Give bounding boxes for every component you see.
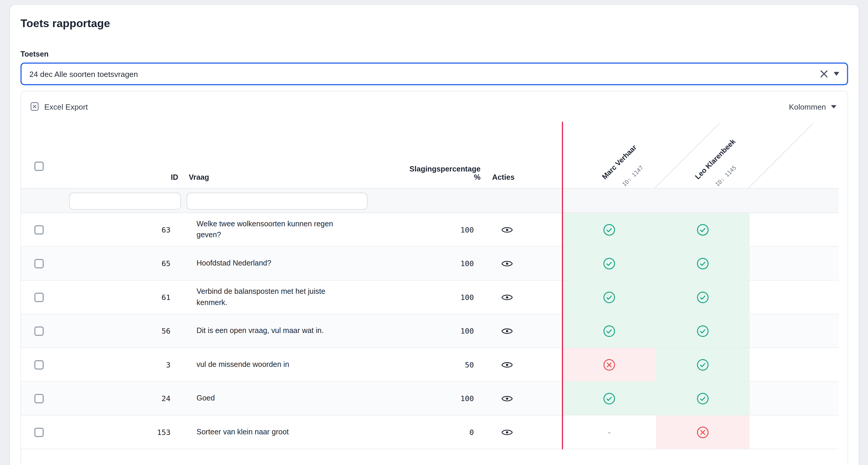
row-vraag: Goed	[197, 393, 215, 404]
view-question-button[interactable]	[499, 257, 516, 270]
row-id: 63	[65, 213, 183, 246]
result-cell	[749, 382, 838, 415]
filter-id-input[interactable]	[69, 192, 181, 209]
excel-export-button[interactable]: Excel Export	[30, 102, 88, 111]
row-id: 153	[65, 416, 183, 449]
result-cell	[656, 213, 749, 246]
row-checkbox[interactable]	[34, 292, 44, 302]
excel-export-label: Excel Export	[44, 102, 88, 111]
table-body: 63 Welke twee wolkensoorten kunnen regen…	[21, 213, 838, 450]
view-question-button[interactable]	[499, 291, 516, 303]
cross-circle-icon	[603, 358, 616, 371]
clear-icon[interactable]	[820, 70, 828, 78]
result-cell	[563, 280, 656, 314]
result-cell	[656, 314, 749, 347]
results-table: ID Vraag Slagingspercentage % Acties Mar…	[21, 122, 838, 450]
eye-icon	[501, 394, 513, 402]
result-cell	[656, 416, 749, 449]
row-id: 3	[65, 348, 183, 381]
eye-icon	[501, 327, 513, 335]
header-id: ID	[65, 173, 183, 181]
result-cell	[656, 247, 749, 280]
row-id: 65	[65, 247, 183, 280]
check-circle-icon	[603, 291, 616, 303]
check-circle-icon	[696, 291, 709, 303]
result-cell	[563, 314, 656, 347]
row-pct: 0	[409, 416, 488, 449]
view-question-button[interactable]	[499, 392, 516, 405]
result-cell	[656, 280, 749, 314]
table-row: 153 Sorteer van klein naar groot 0 -	[21, 416, 838, 450]
table-row: 3 vul de missende woorden in 50	[21, 348, 838, 382]
row-pct: 100	[409, 314, 488, 347]
header-diagonal-divider	[654, 123, 720, 188]
student-divider-line	[562, 122, 563, 450]
result-cell	[749, 247, 838, 280]
row-checkbox[interactable]	[34, 259, 44, 268]
check-circle-icon	[603, 257, 616, 270]
eye-icon	[501, 360, 513, 369]
result-cell	[749, 348, 838, 381]
check-circle-icon	[696, 358, 709, 371]
result-cell	[656, 348, 749, 381]
result-cell	[749, 314, 838, 347]
row-id: 56	[65, 314, 183, 347]
header-vraag: Vraag	[189, 173, 209, 181]
view-question-button[interactable]	[499, 358, 516, 371]
result-cell	[749, 280, 838, 314]
check-circle-icon	[603, 223, 616, 236]
eye-icon	[501, 293, 513, 301]
student-header-id: ID: 1147	[621, 164, 645, 188]
result-cell	[749, 213, 838, 246]
row-vraag: Verbind de balansposten met het juiste k…	[197, 286, 357, 308]
row-checkbox[interactable]	[34, 326, 44, 336]
row-checkbox[interactable]	[34, 427, 44, 437]
row-pct: 100	[409, 280, 488, 314]
kolommen-label: Kolommen	[789, 102, 826, 111]
report-panel: Excel Export Kolommen ID Vraag Slagingsp…	[20, 91, 848, 465]
view-question-button[interactable]	[499, 426, 516, 438]
report-card: Toets rapportage Toetsen 24 dec Alle soo…	[10, 5, 859, 465]
filter-vraag-input[interactable]	[187, 192, 368, 209]
row-pct: 100	[409, 213, 488, 246]
page: Toets rapportage Toetsen 24 dec Alle soo…	[0, 0, 868, 465]
result-cell	[563, 348, 656, 381]
table-row: 65 Hoofdstad Nederland? 100	[21, 247, 838, 280]
row-checkbox[interactable]	[34, 394, 44, 403]
table-row: 63 Welke twee wolkensoorten kunnen regen…	[21, 213, 838, 247]
caret-down-icon	[831, 105, 836, 108]
kolommen-dropdown[interactable]: Kolommen	[789, 102, 839, 111]
row-pct: 100	[409, 382, 488, 415]
row-id: 24	[65, 382, 183, 415]
view-question-button[interactable]	[499, 223, 516, 236]
result-cell	[749, 416, 838, 449]
row-vraag: Welke twee wolkensoorten kunnen regen ge…	[197, 219, 357, 241]
filter-row	[21, 188, 838, 213]
view-question-button[interactable]	[499, 325, 516, 337]
row-checkbox[interactable]	[34, 225, 44, 234]
row-vraag: Sorteer van klein naar groot	[197, 427, 289, 438]
result-cell	[563, 382, 656, 415]
toetsen-label: Toetsen	[20, 50, 848, 58]
row-pct: 100	[409, 247, 488, 280]
check-circle-icon	[603, 392, 616, 405]
row-checkbox[interactable]	[34, 360, 44, 369]
result-cell	[656, 382, 749, 415]
header-slagingspercentage: Slagingspercentage %	[409, 165, 488, 181]
eye-icon	[501, 259, 513, 268]
cross-circle-icon	[696, 426, 709, 438]
toets-select[interactable]: 24 dec Alle soorten toetsvragen	[20, 63, 848, 85]
check-circle-icon	[696, 325, 709, 337]
table-toolbar: Excel Export Kolommen	[21, 91, 847, 122]
table-row: 61 Verbind de balansposten met het juist…	[21, 280, 838, 314]
page-title: Toets rapportage	[20, 17, 848, 30]
caret-down-icon[interactable]	[834, 72, 839, 76]
row-vraag: Dit is een open vraag, vul maar wat in.	[197, 325, 324, 336]
check-circle-icon	[696, 223, 709, 236]
check-circle-icon	[696, 392, 709, 405]
result-cell	[563, 247, 656, 280]
check-circle-icon	[603, 325, 616, 337]
excel-file-icon	[30, 102, 39, 111]
row-vraag: vul de missende woorden in	[197, 359, 289, 370]
select-all-checkbox[interactable]	[34, 162, 44, 171]
